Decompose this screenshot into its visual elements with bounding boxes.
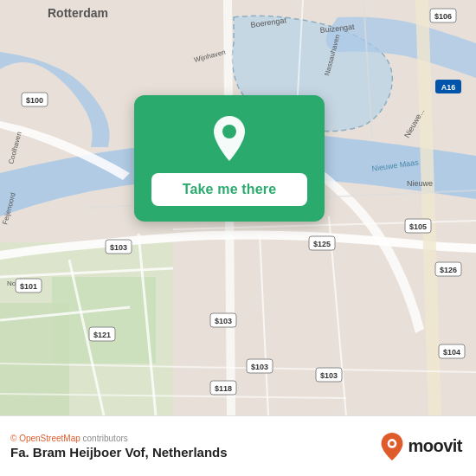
svg-text:$100: $100 — [26, 96, 43, 105]
svg-text:$125: $125 — [313, 240, 331, 248]
svg-text:$101: $101 — [20, 282, 37, 291]
bottom-bar: © OpenStreetMap contributors Fa. Bram He… — [0, 415, 476, 476]
svg-text:$126: $126 — [440, 266, 457, 274]
map-container: Rotterdam Boerengat Buizengat Wijnhaven … — [0, 0, 476, 415]
copyright-symbol: © — [10, 434, 16, 443]
location-name: Fa. Bram Heijboer Vof, Netherlands — [10, 445, 228, 460]
svg-text:$106: $106 — [434, 12, 452, 21]
svg-text:$103: $103 — [320, 371, 338, 380]
svg-point-57 — [390, 441, 395, 445]
map-pin-icon — [207, 116, 252, 161]
svg-text:$121: $121 — [93, 331, 111, 339]
svg-text:A16: A16 — [441, 83, 456, 92]
svg-text:$103: $103 — [110, 243, 127, 252]
contributors-text: contributors — [83, 434, 128, 443]
svg-text:$118: $118 — [215, 384, 232, 393]
svg-text:$105: $105 — [409, 222, 427, 231]
svg-text:Rotterdam: Rotterdam — [48, 6, 108, 20]
svg-point-55 — [222, 125, 236, 138]
popup-card: Take me there — [134, 95, 325, 222]
moovit-logo: moovit — [380, 433, 462, 460]
location-info: © OpenStreetMap contributors Fa. Bram He… — [10, 434, 228, 460]
svg-text:$103: $103 — [251, 363, 268, 371]
svg-text:Nieuwe: Nieuwe — [407, 179, 433, 188]
copyright-text: © OpenStreetMap contributors — [10, 434, 228, 443]
svg-text:$103: $103 — [215, 317, 232, 325]
moovit-pin-icon — [380, 433, 404, 460]
svg-text:$104: $104 — [443, 348, 460, 357]
take-me-there-button[interactable]: Take me there — [151, 173, 307, 206]
osm-link[interactable]: OpenStreetMap — [19, 434, 80, 443]
moovit-brand-text: moovit — [408, 436, 462, 456]
app: Rotterdam Boerengat Buizengat Wijnhaven … — [0, 0, 476, 476]
